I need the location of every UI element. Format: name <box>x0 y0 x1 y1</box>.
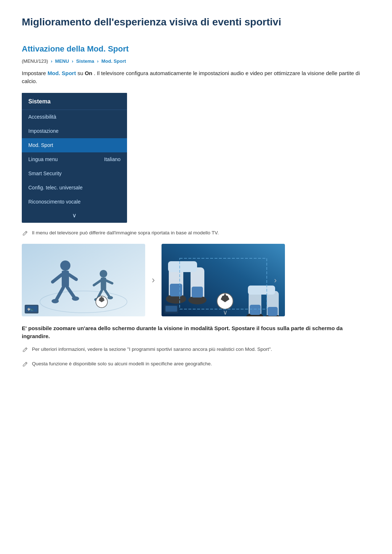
svg-rect-27 <box>168 261 197 272</box>
section-heading: Attivazione della Mod. Sport <box>22 43 370 55</box>
breadcrumb-menu: MENU <box>55 58 69 64</box>
svg-rect-42 <box>166 306 177 312</box>
note1-text: Il menu del televisore può differire dal… <box>32 229 219 237</box>
note1: Il menu del televisore può differire dal… <box>22 229 370 239</box>
intro-prefix: Impostare <box>22 70 46 76</box>
arrow-between: › <box>152 273 155 287</box>
svg-rect-28 <box>170 284 182 296</box>
breadcrumb-arrow2: › <box>72 58 73 64</box>
tv-menu-item-value: Italiano <box>104 156 121 163</box>
tv-menu-item-label: Config. telec. universale <box>28 184 82 192</box>
note3-text: Questa funzione è disponibile solo su al… <box>32 360 212 368</box>
svg-rect-36 <box>268 307 278 316</box>
tv-menu-item-label: Smart Security <box>28 170 62 177</box>
svg-rect-29 <box>192 287 203 297</box>
images-row: ⚽📺 › <box>22 244 370 316</box>
tv-menu-item-label: Lingua menu <box>28 156 58 163</box>
pen-icon-3 <box>22 361 28 370</box>
svg-text:∨: ∨ <box>222 309 227 316</box>
svg-rect-35 <box>250 305 261 315</box>
svg-point-2 <box>60 260 70 271</box>
svg-rect-11 <box>101 278 106 290</box>
svg-point-9 <box>72 296 79 301</box>
note3: Questa funzione è disponibile solo su al… <box>22 360 370 370</box>
sport-image-right: › ∨ <box>162 244 285 316</box>
svg-text:⚽📺: ⚽📺 <box>27 308 34 311</box>
intro-su: su <box>77 70 85 76</box>
breadcrumb: (MENU/123) › MENU › Sistema › Mod. Sport <box>22 58 370 65</box>
tv-menu-chevron: ∨ <box>22 209 127 223</box>
page-title: Miglioramento dell'esperienza visiva di … <box>22 15 370 30</box>
tv-menu-item-label: Impostazione <box>28 127 58 135</box>
svg-point-8 <box>52 299 59 303</box>
tv-menu: Sistema AccessibilitàImpostazioneMod. Sp… <box>22 93 127 223</box>
tv-menu-item: Riconoscimento vocale <box>22 195 127 209</box>
tv-menu-item-label: Accessibilità <box>28 113 56 121</box>
tv-menu-item: Accessibilità <box>22 110 127 124</box>
tv-menu-item-label: Mod. Sport <box>28 141 53 149</box>
breadcrumb-part1: (MENU/123) <box>22 58 48 64</box>
tv-menu-item: Lingua menuItaliano <box>22 152 127 167</box>
description: E' possibile zoomare un'area dello scher… <box>22 324 370 341</box>
svg-rect-34 <box>248 286 275 295</box>
tv-menu-item-label: Riconoscimento vocale <box>28 198 81 206</box>
pen-icon <box>22 230 28 239</box>
svg-point-17 <box>107 296 113 299</box>
breadcrumb-arrow1: › <box>51 58 52 64</box>
svg-text:›: › <box>274 276 277 285</box>
breadcrumb-sistema: Sistema <box>76 58 94 64</box>
svg-rect-3 <box>62 271 69 287</box>
tv-menu-item: Mod. Sport <box>22 138 127 152</box>
intro-modsport: Mod. Sport <box>48 70 76 76</box>
note2: Per ulteriori informazioni, vedere la se… <box>22 346 370 355</box>
svg-rect-0 <box>22 244 145 316</box>
tv-menu-item: Config. telec. universale <box>22 181 127 195</box>
tv-menu-item: Smart Security <box>22 167 127 181</box>
tv-menu-header: Sistema <box>22 93 127 110</box>
note2-text: Per ulteriori informazioni, vedere la se… <box>32 346 272 353</box>
breadcrumb-arrow3: › <box>97 58 98 64</box>
svg-point-10 <box>100 270 107 278</box>
intro-on: On <box>85 70 92 76</box>
intro-text: Impostare Mod. Sport su On . Il televiso… <box>22 69 370 86</box>
pen-icon-2 <box>22 346 28 355</box>
tv-menu-item: Impostazione <box>22 124 127 138</box>
breadcrumb-modsport: Mod. Sport <box>101 58 126 64</box>
sport-image-left: ⚽📺 <box>22 244 145 316</box>
